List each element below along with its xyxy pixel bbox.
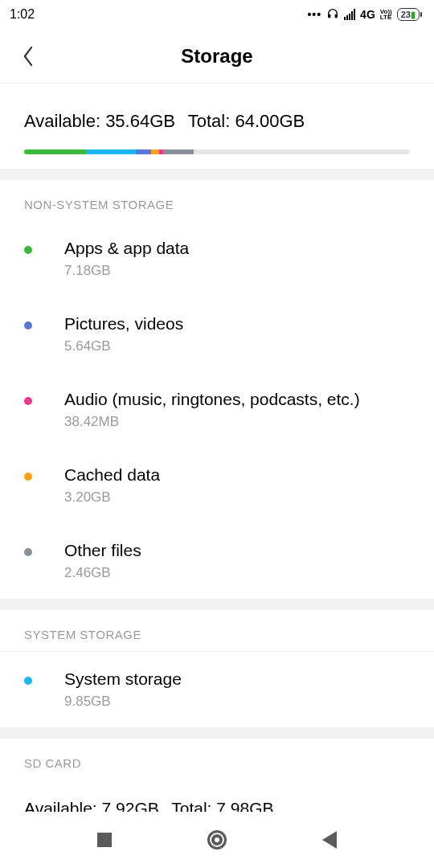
bar-segment [136,149,151,154]
storage-item[interactable]: Other files2.46GB [0,523,434,599]
triangle-icon [322,831,337,849]
more-icon: ••• [307,8,321,21]
status-right: ••• 4G Vo))LTE 23▮ [307,7,420,23]
item-title: System storage [64,669,182,689]
item-title: Audio (music, ringtones, podcasts, etc.) [64,390,360,409]
chevron-left-icon [21,45,35,68]
battery-icon: 23▮ [397,8,420,21]
section-nonsystem-label: NON-SYSTEM STORAGE [0,180,434,221]
nav-home-button[interactable] [205,828,229,852]
dot-icon [24,677,32,685]
storage-item-system[interactable]: System storage 9.85GB [0,652,434,727]
volte-label: Vo))LTE [380,9,392,20]
dot-icon [24,397,32,405]
bar-segment [163,149,194,154]
square-icon [97,833,112,847]
item-subtitle: 9.85GB [64,694,182,710]
bar-segment [151,149,159,154]
status-time: 1:02 [10,7,35,22]
item-title: Pictures, videos [64,314,183,334]
network-label: 4G [360,8,375,21]
dot-icon [24,246,32,254]
circle-icon [207,830,227,850]
back-button[interactable] [16,44,40,68]
section-sd-label: SD CARD [0,739,434,780]
android-navbar [0,812,434,868]
nonsystem-list: Apps & app data7.18GBPictures, videos5.6… [0,221,434,599]
divider [0,169,434,180]
signal-icon [344,9,355,20]
bar-segment [86,149,136,154]
storage-item[interactable]: Pictures, videos5.64GB [0,297,434,372]
page-title: Storage [0,45,434,68]
nav-recents-button[interactable] [92,828,117,852]
dot-icon [24,473,32,481]
item-subtitle: 2.46GB [64,565,141,581]
storage-item[interactable]: Audio (music, ringtones, podcasts, etc.)… [0,372,434,448]
item-title: Cached data [64,465,160,485]
internal-usage-bar [24,149,410,154]
internal-summary-text: Available: 35.64GB Total: 64.00GB [24,111,410,132]
item-subtitle: 38.42MB [64,414,360,430]
headphones-icon [326,7,339,23]
storage-item[interactable]: Cached data3.20GB [0,448,434,523]
item-subtitle: 5.64GB [64,338,183,354]
status-bar: 1:02 ••• 4G Vo))LTE 23▮ [0,0,434,29]
dot-icon [24,321,32,330]
item-subtitle: 7.18GB [64,263,189,279]
storage-item[interactable]: Apps & app data7.18GB [0,221,434,297]
header: Storage [0,29,434,84]
section-system-label: SYSTEM STORAGE [0,610,434,652]
item-subtitle: 3.20GB [64,489,160,506]
divider [0,599,434,610]
item-title: Other files [64,541,141,560]
dot-icon [24,548,32,556]
divider [0,727,434,739]
bar-segment [24,149,86,154]
item-title: Apps & app data [64,239,189,258]
nav-back-button[interactable] [317,828,342,852]
internal-summary: Available: 35.64GB Total: 64.00GB [0,88,434,169]
